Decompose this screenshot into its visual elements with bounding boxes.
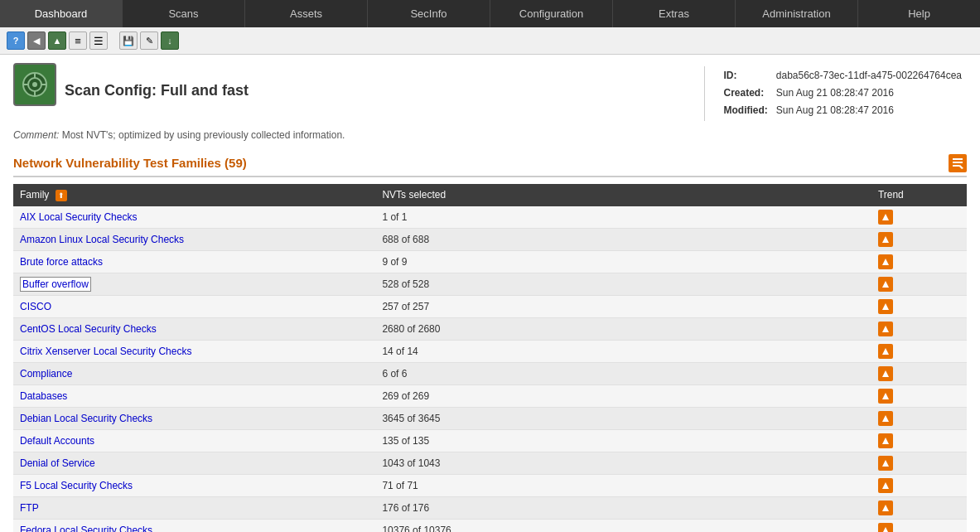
family-link[interactable]: Compliance <box>20 368 72 380</box>
svg-marker-23 <box>882 482 889 489</box>
col-header-nvts: NVTs selected <box>375 184 871 206</box>
trend-cell <box>871 474 967 496</box>
created-value: Sun Aug 21 08:28:47 2016 <box>773 85 965 101</box>
svg-marker-19 <box>882 393 889 399</box>
trend-button[interactable] <box>878 411 893 426</box>
family-cell: AIX Local Security Checks <box>13 206 375 229</box>
main-content: Scan Config: Full and fast ID: daba56c8-… <box>0 55 980 532</box>
nav-item-secinfo[interactable]: SecInfo <box>368 0 490 27</box>
table-row: Debian Local Security Checks3645 of 3645 <box>13 407 967 429</box>
table-row: CISCO257 of 257 <box>13 295 967 317</box>
trend-cell <box>871 384 967 407</box>
svg-marker-20 <box>882 415 889 422</box>
trend-button[interactable] <box>878 254 893 269</box>
nav-item-extras[interactable]: Extras <box>613 0 736 27</box>
id-value: daba56c8-73ec-11df-a475-002264764cea <box>773 68 965 84</box>
table-row: Buffer overflow528 of 528 <box>13 273 967 295</box>
nvts-cell: 71 of 71 <box>375 474 871 496</box>
trend-button[interactable] <box>878 277 893 292</box>
family-cell: CentOS Local Security Checks <box>13 317 375 340</box>
sort-icon[interactable]: ⬆ <box>56 190 67 201</box>
nav-item-dashboard[interactable]: Dashboard <box>0 0 123 27</box>
table-row: FTP176 of 176 <box>13 496 967 519</box>
family-link[interactable]: Fedora Local Security Checks <box>20 525 152 532</box>
nav-item-assets[interactable]: Assets <box>245 0 368 27</box>
trend-button[interactable] <box>878 433 893 448</box>
nav-item-configuration[interactable]: Configuration <box>490 0 613 27</box>
table-row: Denial of Service1043 of 1043 <box>13 452 967 474</box>
trend-cell <box>871 362 967 384</box>
trend-button[interactable] <box>878 389 893 404</box>
trend-button[interactable] <box>878 322 893 336</box>
trend-button[interactable] <box>878 456 893 471</box>
family-link[interactable]: Brute force attacks <box>20 256 103 268</box>
family-cell: Default Accounts <box>13 429 375 452</box>
trend-cell <box>871 519 967 532</box>
col-header-trend: Trend <box>871 184 967 206</box>
back-button[interactable]: ◀ <box>27 31 46 50</box>
family-link[interactable]: Databases <box>20 390 67 402</box>
up-button[interactable]: ▲ <box>48 31 66 50</box>
edit-button[interactable]: ✎ <box>140 31 158 50</box>
scan-config-comment: Comment: Most NVT's; optimized by using … <box>13 129 967 141</box>
family-link[interactable]: CISCO <box>20 301 51 312</box>
scan-config-header: Scan Config: Full and fast ID: daba56c8-… <box>13 63 967 121</box>
family-cell: CISCO <box>13 295 375 317</box>
family-link[interactable]: Buffer overflow <box>20 277 91 292</box>
family-cell: Fedora Local Security Checks <box>13 519 375 532</box>
section-action-icon[interactable] <box>949 154 967 172</box>
svg-marker-13 <box>882 259 889 265</box>
family-link[interactable]: Default Accounts <box>20 435 94 447</box>
help-button[interactable]: ? <box>7 31 25 50</box>
table-row: F5 Local Security Checks71 of 71 <box>13 474 967 496</box>
trend-button[interactable] <box>878 232 893 247</box>
family-link[interactable]: F5 Local Security Checks <box>20 480 133 491</box>
nvt-families-table: Family ⬆ NVTs selected Trend AIX Local S… <box>13 184 967 532</box>
scan-config-title-area: Scan Config: Full and fast <box>13 63 249 106</box>
trend-cell <box>871 206 967 229</box>
nav-item-scans[interactable]: Scans <box>123 0 245 27</box>
table-row: Brute force attacks9 of 9 <box>13 250 967 273</box>
table-row: Databases269 of 269 <box>13 384 967 407</box>
family-link[interactable]: Amazon Linux Local Security Checks <box>20 234 184 245</box>
col-header-family: Family ⬆ <box>13 184 375 206</box>
trend-button[interactable] <box>878 478 893 493</box>
toolbar: ? ◀ ▲ ≡ ☰ 💾 ✎ ↓ <box>0 27 980 55</box>
svg-marker-17 <box>882 348 889 355</box>
notes-button[interactable]: ≡ <box>69 31 87 50</box>
overrides-button[interactable]: ☰ <box>89 31 108 50</box>
trend-cell <box>871 429 967 452</box>
trend-button[interactable] <box>878 523 893 532</box>
family-cell: Buffer overflow <box>13 273 375 295</box>
family-cell: Databases <box>13 384 375 407</box>
comment-label: Comment: <box>13 129 62 141</box>
trend-button[interactable] <box>878 366 893 381</box>
family-link[interactable]: Debian Local Security Checks <box>20 413 152 424</box>
id-label: ID: <box>720 68 770 84</box>
save-button[interactable]: 💾 <box>119 31 138 50</box>
trend-cell <box>871 295 967 317</box>
section-title: Network Vulnerability Test Families (59) <box>13 156 247 170</box>
family-link[interactable]: Citrix Xenserver Local Security Checks <box>20 346 191 357</box>
nav-item-help[interactable]: Help <box>858 0 980 27</box>
family-cell: Denial of Service <box>13 452 375 474</box>
trend-button[interactable] <box>878 501 893 515</box>
family-cell: FTP <box>13 496 375 519</box>
nvts-cell: 6 of 6 <box>375 362 871 384</box>
table-row: Compliance6 of 6 <box>13 362 967 384</box>
nav-item-administration[interactable]: Administration <box>736 0 858 27</box>
trend-button[interactable] <box>878 210 893 225</box>
svg-marker-16 <box>882 326 889 332</box>
family-link[interactable]: CentOS Local Security Checks <box>20 323 157 335</box>
top-nav: DashboardScansAssetsSecInfoConfiguration… <box>0 0 980 27</box>
trend-button[interactable] <box>878 344 893 359</box>
family-link[interactable]: AIX Local Security Checks <box>20 211 137 223</box>
svg-marker-10 <box>958 165 963 169</box>
family-link[interactable]: Denial of Service <box>20 457 95 469</box>
family-link[interactable]: FTP <box>20 502 39 514</box>
export-button[interactable]: ↓ <box>161 31 179 50</box>
trend-button[interactable] <box>878 299 893 314</box>
svg-marker-11 <box>882 214 889 220</box>
svg-marker-12 <box>882 236 889 243</box>
nvts-cell: 257 of 257 <box>375 295 871 317</box>
